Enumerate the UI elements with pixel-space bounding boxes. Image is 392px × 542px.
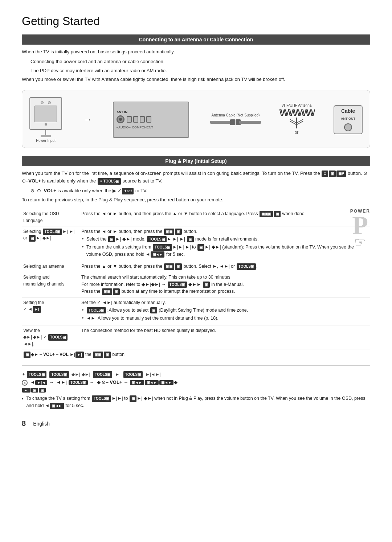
badge-r1b: ▣ [274, 211, 281, 217]
badge-set: ✦set [122, 188, 134, 194]
badge-from: TOOLS▣ [153, 244, 172, 251]
badge-nb1: TOOLS▣ [92, 395, 111, 402]
section1-para3: The PDP device may interfere with an ama… [30, 67, 370, 75]
sub-row: ►|▣▣ [22, 387, 370, 393]
note-text: To change the TV s setting from TOOLS▣►|… [26, 395, 370, 409]
row2-bullets: Select the ▣►| ◆►| mode. TOOLS▣►|►| ►| ▣… [81, 236, 367, 258]
badge-r3: ▣▣ [164, 263, 174, 270]
row4-desc: The channel search will start automatica… [80, 272, 370, 297]
badge-fn3: TOOLS▣ [93, 371, 112, 378]
badge-p2: ▣ [329, 171, 336, 177]
or-text: or [295, 130, 299, 135]
power-indicator: POWER P ☞ [350, 209, 370, 250]
cable-port-circle [344, 123, 352, 131]
badge-r5a: ▣ [150, 307, 157, 314]
page-number-row: 8 English [22, 419, 370, 428]
hand-icon: ☞ [354, 235, 366, 250]
row6-label: View the◆►| ◆►| ✓ TOOLS▣ ◄►|. [22, 325, 80, 349]
badge-tools-b: TOOLS▣ [147, 236, 166, 243]
arrow-right-icon: → [84, 115, 92, 124]
row3-desc: Press the ▲ or ▼ button, then press the … [80, 261, 370, 272]
badge-fn4: TOOLS▣ [123, 371, 143, 378]
badge-r5l: ►| [33, 306, 41, 313]
badge-cr1: ►|◄ [35, 380, 47, 385]
section1-header: Connecting to an Antenna or Cable Connec… [22, 34, 370, 45]
table-row: Selecting andmemorizing channels The cha… [22, 272, 370, 297]
badge-r2: ▣▣ [164, 229, 174, 235]
badge-nb2: ▣ [130, 395, 136, 402]
antenna-cable-label: Antenna Cable (Not Supplied) [212, 113, 260, 117]
badge-fn2: TOOLS▣ [49, 371, 69, 378]
bullet-dot: • [22, 395, 23, 403]
cable-box-area: Cable ANT OUT [334, 105, 363, 134]
row5-label: Setting the✓ ◄►| [22, 297, 80, 325]
svg-rect-3 [239, 121, 261, 124]
row1-desc: Press the ◄ or ► button, and then press … [80, 209, 370, 226]
badge-hold: ▣◄► [151, 251, 165, 258]
row2-label: Selecting TOOLS▣►| ►| or ▣►| ◆►| [22, 226, 80, 261]
bullet-item: TOOLS▣: Allows you to select ▣ (Daylight… [81, 307, 367, 314]
badge-p3: ▣P [336, 171, 346, 177]
cable-box: Cable ANT OUT [334, 105, 363, 134]
badge-tools-r4: TOOLS▣ [168, 282, 187, 288]
svg-line-8 [297, 121, 303, 125]
cable-label: Cable [341, 108, 355, 114]
ant-in-label: ANT IN [117, 110, 185, 114]
badge-r4d: ▣ [113, 288, 120, 295]
cable-connector-svg [210, 118, 236, 127]
circle-row: ○ ◄►|◄ → ◄►| TOOLS▣ → ◆ ⊙– VOL+ → ▣◄►▣◄►… [22, 379, 370, 386]
svg-line-5 [290, 119, 297, 123]
symbols-row: ✦ TOOLS▣ TOOLS▣ ◆►| ◆►| TOOLS▣ ►| TOOLS▣… [22, 371, 370, 378]
badge-tools-r2: TOOLS▣ [43, 229, 62, 235]
row3-label: Selecting an antenna [22, 261, 80, 272]
page-title: Getting Started [22, 15, 370, 28]
divider [22, 365, 370, 366]
row7-full: ▣◆►|– VOL+ – VOL ►|►| the ▣▣▣ button. [22, 349, 370, 360]
antenna-symbol: 𝕎𝕎𝕎𝕎 [279, 109, 314, 128]
svg-rect-0 [210, 121, 232, 124]
badge-sub1: ►| [22, 388, 30, 393]
badge-r2b: ▣ [175, 229, 182, 235]
row5-bullets: TOOLS▣: Allows you to select ▣ (Daylight… [81, 307, 367, 322]
section1-para1: When the TV is initially powered on, bas… [22, 48, 370, 56]
bullet-item: Select the ▣►| ◆►| mode. TOOLS▣►|►| ►| ▣… [81, 236, 367, 243]
badge-r7d: ▣ [104, 352, 111, 358]
row6-desc: The connection method for the best HD sc… [80, 325, 370, 349]
badge-cr4: ▣◄► [145, 380, 159, 385]
svg-line-6 [297, 119, 303, 123]
section2-intro3: To return to the previous step, in the P… [22, 196, 370, 204]
tv-illustration [29, 97, 62, 130]
badge-r6l: TOOLS▣ [48, 334, 68, 341]
badge-sub3: ▣ [39, 388, 46, 393]
row2-desc: Press the ◄ or ► button, then press the … [80, 226, 370, 261]
section2-header: Plug & Play (Initial Setup) [22, 156, 370, 166]
badge-r4c: ▣▣ [102, 288, 112, 295]
table-row: Selecting TOOLS▣►| ►| or ▣►| ◆►| Press t… [22, 226, 370, 261]
badge-tools-r5: TOOLS▣ [87, 307, 106, 314]
badge-mode-r2: ▣ [29, 235, 36, 242]
section1-para2: Connecting the power cord and an antenna… [30, 58, 370, 66]
row1-label: Selecting the OSD Language [22, 209, 80, 226]
badge-nb3: ▣◄► [50, 403, 64, 409]
table-row: Selecting an antenna Press the ▲ or ▼ bu… [22, 261, 370, 272]
table-row: Setting the✓ ◄►| Set the ✓ ◄►| automatic… [22, 297, 370, 325]
page-number: 8 [22, 419, 26, 428]
ant-out-label: ANT OUT [341, 117, 355, 120]
note-bullet-row: • To change the TV s setting from TOOLS▣… [22, 395, 370, 409]
badge-tools: ⊙ [322, 171, 328, 177]
svg-rect-1 [230, 119, 235, 125]
antenna-svg [289, 118, 304, 128]
page-language: English [33, 421, 50, 427]
section1-para4: When you move or swivel the TV with Ante… [22, 76, 370, 83]
svg-line-7 [290, 121, 297, 125]
table-row: ▣◆►|– VOL+ – VOL ►|►| the ▣▣▣ button. [22, 349, 370, 360]
bullet-item: ◄►: Allows you to manually set the curre… [81, 315, 367, 322]
badge-cr3: ▣◄► [130, 380, 144, 385]
row5-desc: Set the ✓ ◄►| automatically or manually.… [80, 297, 370, 325]
badge-r7c: ▣▣ [93, 352, 103, 358]
badge-tools2: ✦ TOOLS▣ [98, 178, 121, 185]
badge-r7b: ►| [75, 352, 84, 358]
table-row: View the◆►| ◆►| ✓ TOOLS▣ ◄►|. The connec… [22, 325, 370, 349]
section2-intro1: When you turn the TV on for the rst time… [22, 170, 370, 185]
bullet-item: To return the unit s settings from TOOLS… [81, 244, 367, 258]
